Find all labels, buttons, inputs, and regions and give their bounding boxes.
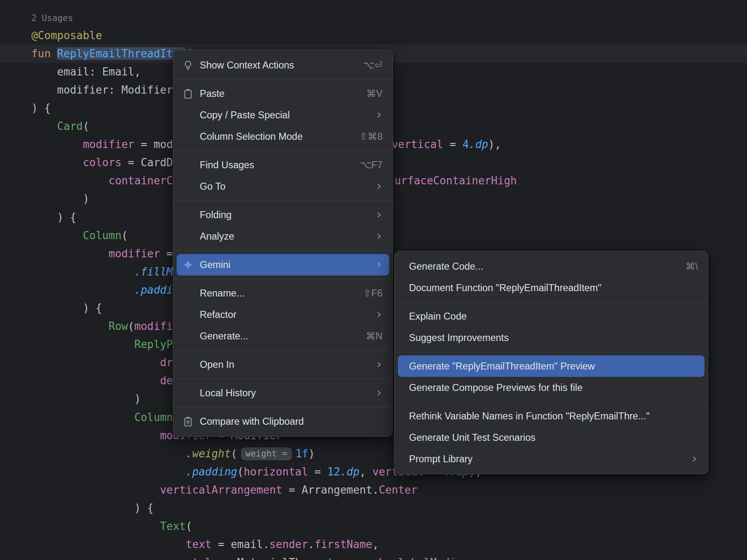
- code-token: [31, 156, 83, 169]
- menu-item-label: Compare with Clipboard: [200, 416, 383, 427]
- lightbulb-icon: [182, 60, 194, 71]
- gemini-submenu-item-generate-replyemailthreaditem-preview[interactable]: Generate "ReplyEmailThreadItem" Preview: [398, 355, 704, 377]
- code-token: 1f: [295, 447, 308, 460]
- code-token: email: Email,: [31, 66, 141, 78]
- code-token: [31, 247, 109, 260]
- menu-item-label: Find Usages: [200, 160, 347, 171]
- code-token: .padding: [186, 466, 237, 478]
- context-menu-item-find-usages[interactable]: Find Usages⌥F7: [177, 154, 389, 176]
- code-token: (: [128, 320, 135, 332]
- icon-slot-empty: [182, 359, 194, 370]
- gemini-submenu-item-prompt-library[interactable]: Prompt Library: [398, 448, 704, 470]
- editor-context-menu: Show Context Actions⌥⏎Paste⌘VCopy / Past…: [173, 50, 393, 437]
- icon-slot-empty: [182, 309, 194, 320]
- context-menu-item-refactor[interactable]: Refactor: [177, 304, 389, 325]
- code-token: urfaceContainerHigh: [395, 174, 517, 187]
- menu-separator: [173, 279, 392, 279]
- code-token: .dp: [340, 466, 359, 478]
- context-menu-item-show-context-actions[interactable]: Show Context Actions⌥⏎: [177, 54, 389, 76]
- code-token: (: [231, 447, 237, 460]
- code-token: (: [237, 466, 244, 478]
- code-token: ) {: [31, 502, 154, 514]
- menu-item-label: Rename...: [200, 288, 351, 299]
- context-menu-item-analyze[interactable]: Analyze: [177, 226, 389, 247]
- menu-item-label: Analyze: [200, 231, 363, 242]
- code-token: [31, 374, 160, 387]
- code-token: text: [186, 538, 211, 551]
- code-token: [31, 538, 186, 551]
- context-menu-item-copy-paste-special[interactable]: Copy / Paste Special: [177, 104, 389, 126]
- gemini-submenu-item-generate-unit-test-scenarios[interactable]: Generate Unit Test Scenarios: [398, 427, 704, 448]
- chevron-right-icon: [375, 183, 383, 190]
- code-token: sender: [269, 538, 308, 551]
- gemini-submenu-item-explain-code[interactable]: Explain Code: [398, 306, 704, 327]
- context-menu-item-folding[interactable]: Folding: [177, 204, 389, 226]
- menu-item-label: Generate Compose Previews for this file: [409, 382, 698, 393]
- context-menu-item-gemini[interactable]: Gemini: [177, 254, 389, 275]
- context-menu-item-open-in[interactable]: Open In: [177, 354, 389, 375]
- code-token: [31, 484, 160, 496]
- code-token: =: [282, 484, 302, 496]
- chevron-right-icon: [375, 211, 383, 219]
- chevron-right-icon: [690, 455, 698, 463]
- ide-screen: 2 Usages@Composablefun ReplyEmailThreadI…: [0, 0, 747, 560]
- code-token: = email.: [211, 538, 269, 551]
- code-token: typography: [327, 556, 392, 560]
- code-token: [31, 320, 109, 332]
- context-menu-item-compare-with-clipboard[interactable]: Compare with Clipboard: [177, 411, 389, 432]
- menu-item-label: Explain Code: [409, 311, 698, 322]
- chevron-right-icon: [375, 233, 383, 240]
- code-token: Column: [83, 229, 122, 242]
- menu-item-label: Show Context Actions: [200, 60, 351, 71]
- code-token: ),: [488, 138, 501, 151]
- code-token: ): [31, 393, 141, 405]
- icon-slot-empty: [182, 209, 194, 221]
- code-token: [31, 356, 160, 369]
- parameter-name-hint: weight =: [241, 447, 292, 460]
- code-token: 4: [462, 138, 469, 151]
- highlighted-identifier: ReplyEmailThreadItem: [57, 47, 186, 60]
- code-line-30: style = MaterialTheme.typography.labelMe…: [0, 553, 747, 560]
- code-line-1: @Composable: [0, 26, 747, 45]
- menu-item-label: Paste: [200, 88, 354, 99]
- code-token: [31, 447, 186, 460]
- code-token: [31, 338, 134, 351]
- code-token: [31, 120, 57, 132]
- context-menu-item-rename[interactable]: Rename...⇧F6: [177, 282, 389, 304]
- menu-separator: [173, 407, 392, 407]
- gemini-submenu-item-document-function-replyemailthreaditem[interactable]: Document Function "ReplyEmailThreadItem": [398, 277, 704, 299]
- gemini-submenu-item-rethink-variable-names-in-function-replyemailthre[interactable]: Rethink Variable Names in Function "Repl…: [398, 405, 704, 427]
- code-token: colors: [83, 156, 122, 169]
- code-token: ,: [372, 538, 379, 551]
- context-menu-item-column-selection-mode[interactable]: Column Selection Mode⇧⌘8: [177, 126, 389, 147]
- menu-item-label: Suggest Improvements: [409, 332, 698, 344]
- code-token: =: [443, 138, 463, 151]
- code-token: fun: [31, 47, 57, 60]
- gemini-submenu-item-generate-compose-previews-for-this-file[interactable]: Generate Compose Previews for this file: [398, 377, 704, 398]
- gemini-submenu-item-suggest-improvements[interactable]: Suggest Improvements: [398, 327, 704, 348]
- icon-slot-empty: [182, 181, 194, 192]
- context-menu-item-paste[interactable]: Paste⌘V: [177, 83, 389, 104]
- code-token: [31, 266, 134, 278]
- menu-shortcut: ⇧F6: [363, 287, 383, 299]
- code-token: (: [121, 229, 128, 242]
- context-menu-item-go-to[interactable]: Go To: [177, 176, 389, 197]
- code-token: .dp: [469, 138, 488, 151]
- code-token: [31, 174, 109, 187]
- icon-slot-empty: [182, 231, 194, 242]
- code-token: ) {: [31, 102, 51, 114]
- menu-separator: [173, 350, 392, 351]
- chevron-right-icon: [375, 389, 383, 397]
- gemini-submenu-item-generate-code[interactable]: Generate Code...⌘\: [398, 256, 704, 277]
- context-menu-item-generate[interactable]: Generate...⌘N: [177, 325, 389, 347]
- menu-separator: [395, 302, 708, 302]
- chevron-right-icon: [375, 311, 383, 318]
- menu-item-label: Folding: [200, 209, 363, 221]
- code-token: .weight: [186, 447, 231, 460]
- gemini-icon: [182, 259, 194, 271]
- context-menu-item-local-history[interactable]: Local History: [177, 382, 389, 404]
- code-token: [31, 466, 186, 478]
- code-token: [31, 429, 160, 442]
- chevron-right-icon: [375, 261, 383, 268]
- clipboard-compare-icon: [182, 416, 194, 427]
